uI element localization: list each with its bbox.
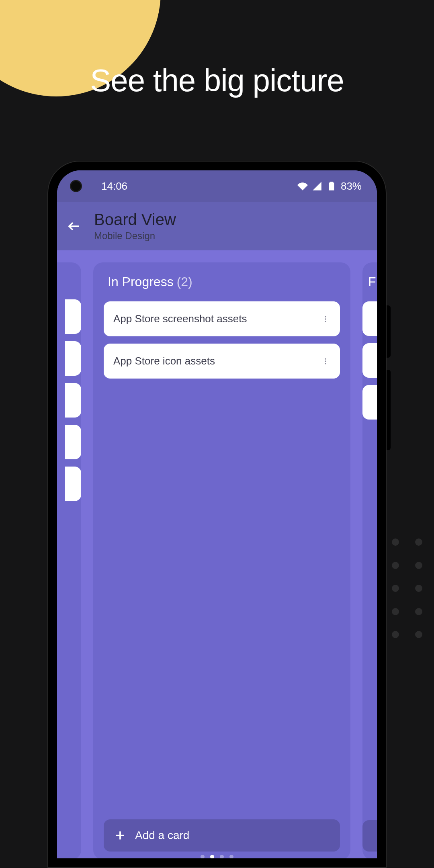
card-peek[interactable] (362, 343, 377, 378)
back-button[interactable] (66, 218, 82, 234)
page-dot (220, 855, 224, 858)
add-card-label: Add a card (135, 829, 189, 842)
svg-point-5 (325, 363, 326, 364)
battery-icon (326, 181, 337, 191)
card-peek[interactable] (65, 341, 81, 376)
more-vertical-icon (321, 357, 330, 365)
page-dot (201, 855, 205, 858)
page-dot (229, 855, 233, 858)
page-dot-active (210, 855, 214, 858)
app-bar: Board View Mobile Design (57, 202, 377, 250)
more-vertical-icon (321, 315, 330, 323)
phone-camera (70, 180, 82, 192)
status-icons: 83% (297, 180, 362, 192)
svg-point-3 (325, 358, 326, 359)
add-card-button[interactable]: Add a card (104, 819, 340, 852)
phone-side-button (387, 370, 391, 450)
card-peek[interactable] (362, 385, 377, 420)
page-indicator (201, 855, 233, 858)
column-header[interactable]: In Progress (2) (104, 274, 340, 289)
phone-side-button (387, 305, 391, 358)
page-subtitle: Mobile Design (94, 230, 176, 242)
card-menu-button[interactable] (321, 314, 330, 324)
plus-icon (114, 829, 126, 841)
svg-point-1 (325, 318, 326, 319)
board-area[interactable]: In Progress (2) App Store screenshot ass… (57, 250, 377, 858)
svg-point-0 (325, 316, 326, 317)
board-column-in-progress[interactable]: In Progress (2) App Store screenshot ass… (93, 262, 350, 858)
svg-point-2 (325, 321, 326, 322)
board-card[interactable]: App Store icon assets (104, 344, 340, 379)
status-bar: 14:06 83% (57, 170, 377, 202)
arrow-left-icon (67, 219, 81, 233)
board-card[interactable]: App Store screenshot assets (104, 301, 340, 336)
card-menu-button[interactable] (321, 356, 330, 366)
add-card-peek[interactable] (362, 820, 377, 852)
board-column-prev[interactable] (57, 262, 81, 858)
phone-frame: 14:06 83% Board View Mobile Design (47, 161, 387, 868)
status-time: 14:06 (101, 180, 127, 192)
card-peek[interactable] (65, 383, 81, 418)
card-title: App Store icon assets (113, 355, 215, 367)
card-peek[interactable] (65, 467, 81, 501)
signal-icon (312, 181, 322, 191)
column-count: (2) (177, 274, 192, 289)
column-name: In Progress (108, 274, 174, 289)
svg-point-4 (325, 360, 326, 362)
card-peek[interactable] (65, 299, 81, 334)
wifi-icon (297, 181, 308, 191)
board-column-next[interactable]: F (362, 262, 377, 858)
page-title: Board View (94, 211, 176, 229)
battery-percent: 83% (341, 180, 362, 192)
card-peek[interactable] (65, 425, 81, 459)
card-title: App Store screenshot assets (113, 313, 247, 325)
phone-screen: 14:06 83% Board View Mobile Design (57, 170, 377, 858)
column-name-peek: F (362, 274, 376, 289)
card-peek[interactable] (362, 301, 377, 336)
marketing-headline: See the big picture (0, 62, 434, 99)
